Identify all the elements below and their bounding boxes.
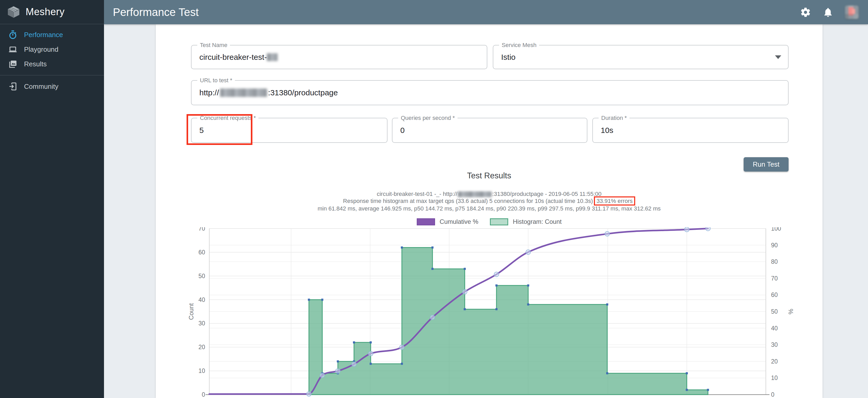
svg-text:30: 30 [198,320,205,327]
test-name-field[interactable]: Test Name circuit-breaker-test- [191,45,487,69]
test-name-value: circuit-breaker-test- [199,53,267,62]
svg-text:60: 60 [198,249,205,256]
avatar[interactable] [845,5,859,19]
duration-label: Duration * [599,114,629,122]
sidebar-item-performance[interactable]: Performance [0,27,104,42]
content-card: Test Name circuit-breaker-test- Service … [156,24,823,398]
annotation-rect-error-rate: 33.91% errors [594,196,635,205]
legend-label-cumulative[interactable]: Cumulative % [440,218,478,225]
url-label: URL to test * [197,77,235,84]
sidebar: Meshery Performance Playground [0,0,104,398]
duration-field[interactable]: Duration * 10s [592,118,788,143]
duration-value: 10s [601,126,613,135]
svg-text:70: 70 [198,227,205,232]
svg-text:%: % [787,309,794,314]
svg-text:20: 20 [198,344,205,351]
sidebar-divider [0,75,104,75]
svg-text:10: 10 [771,374,778,381]
svg-text:50: 50 [771,308,778,315]
queries-per-second-label: Queries per second * [398,114,458,122]
svg-text:70: 70 [771,275,778,282]
results-heading: Test Results [156,171,823,180]
service-mesh-value: Istio [501,53,516,62]
redacted-ip [458,192,492,197]
sidebar-item-playground[interactable]: Playground [0,42,104,57]
concurrent-requests-field[interactable]: Concurrent requests * 5 [191,118,388,143]
sidebar-item-label: Community [24,82,58,91]
results-line3: min 61.842 ms, average 146.925 ms, p50 1… [156,205,823,212]
page-title: Performance Test [113,6,198,19]
concurrent-requests-value: 5 [199,126,204,135]
redacted-test-name-suffix [267,53,278,61]
svg-text:40: 40 [771,325,778,332]
url-value-suffix: :31380/productpage [268,88,338,97]
test-name-label: Test Name [197,42,230,48]
legend-swatch-histogram[interactable] [490,218,508,225]
url-field[interactable]: URL to test * http://:31380/productpage [191,80,788,105]
queries-per-second-field[interactable]: Queries per second * 0 [392,118,587,143]
legend-label-histogram[interactable]: Histogram: Count [513,218,562,225]
sidebar-item-label: Performance [24,31,63,39]
results-line1: circuit-breaker-test-01 -_- http://:3138… [156,191,823,197]
bell-icon[interactable] [823,7,834,18]
svg-text:100: 100 [771,227,781,232]
laptop-icon [8,45,17,54]
svg-text:90: 90 [771,242,778,248]
svg-text:Count: Count [188,303,195,320]
app-header: Performance Test [104,0,868,24]
exit-to-app-icon [8,82,17,91]
svg-text:0: 0 [771,391,774,398]
redacted-ip [220,89,267,97]
test-results-chart: 7060504030201001009080706050403020100Cou… [167,227,812,398]
gear-icon[interactable] [800,7,811,18]
app-title: Meshery [26,6,65,18]
svg-text:40: 40 [198,296,205,303]
stopwatch-icon [8,30,17,39]
svg-text:0: 0 [202,391,205,398]
queries-per-second-value: 0 [400,126,405,135]
sidebar-item-community[interactable]: Community [0,79,104,94]
svg-text:20: 20 [771,358,778,365]
svg-text:80: 80 [771,258,778,265]
concurrent-requests-label: Concurrent requests * [197,114,258,122]
svg-text:30: 30 [771,341,778,348]
sidebar-item-results[interactable]: Results [0,57,104,71]
svg-text:10: 10 [198,367,205,374]
sidebar-item-label: Results [24,60,47,68]
run-test-button[interactable]: Run Test [744,157,788,172]
svg-text:50: 50 [198,273,205,279]
service-mesh-label: Service Mesh [499,42,539,48]
results-line2: Response time histogram at max target qp… [156,198,823,204]
legend-swatch-cumulative[interactable] [417,218,435,225]
chart-legend: Cumulative % Histogram: Count [156,218,823,225]
service-mesh-select[interactable]: Service Mesh Istio [493,45,788,69]
url-value-prefix: http:// [199,88,219,97]
meshery-cube-logo-icon [7,6,20,18]
sidebar-item-label: Playground [24,45,59,54]
chevron-down-icon[interactable] [775,55,781,59]
app-logo[interactable]: Meshery [0,0,104,24]
svg-text:60: 60 [771,292,778,298]
image-icon [8,60,17,68]
